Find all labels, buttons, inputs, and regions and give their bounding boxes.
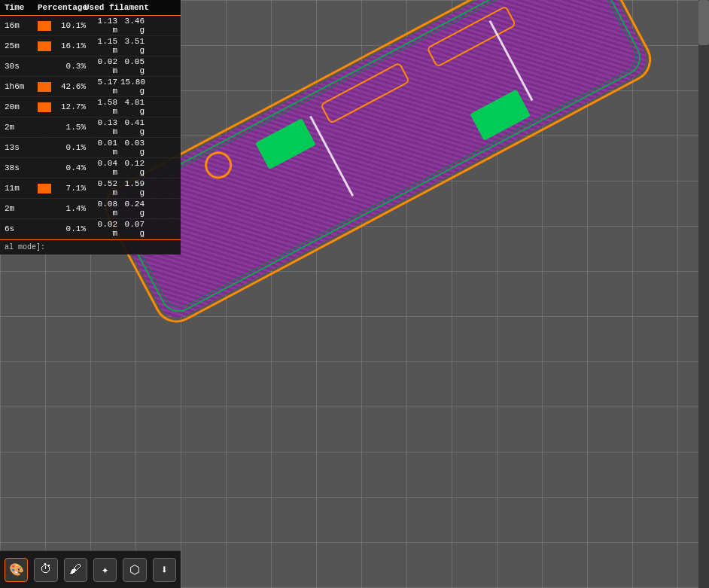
row-weight: 0.12 g	[117, 159, 145, 177]
table-row: 25m 16.1% 1.15 m 3.51 g	[0, 36, 181, 56]
row-time: 30s	[5, 62, 38, 71]
sidebar: Time Percentage Used filament 16m 10.1% …	[0, 0, 181, 254]
row-time: 2m	[5, 204, 38, 213]
table-row: 2m 1.5% 0.13 m 0.41 g	[0, 117, 181, 138]
table-header: Time Percentage Used filament	[0, 0, 181, 16]
row-pct: 16.1%	[53, 41, 86, 50]
row-weight: 0.07 g	[117, 220, 145, 238]
row-bar	[38, 184, 51, 193]
row-bar	[38, 62, 51, 72]
row-time: 16m	[5, 21, 38, 30]
layers-icon[interactable]: 🖌	[64, 558, 87, 582]
row-length: 5.17 m	[86, 78, 117, 96]
row-time: 6s	[5, 224, 38, 233]
scrollbar-thumb[interactable]	[698, 0, 709, 45]
row-time: 13s	[5, 143, 38, 152]
row-pct: 0.1%	[53, 143, 86, 152]
row-weight: 0.03 g	[117, 139, 145, 157]
row-time: 20m	[5, 102, 38, 111]
row-bar	[38, 102, 51, 112]
row-bar	[38, 82, 51, 92]
row-bar	[38, 143, 51, 153]
time-icon[interactable]: ⏱	[34, 558, 57, 582]
table-row: 2m 1.4% 0.08 m 0.24 g	[0, 199, 181, 219]
export-icon[interactable]: ⬇	[153, 558, 176, 582]
row-length: 0.02 m	[86, 220, 117, 238]
row-pct: 0.4%	[53, 163, 86, 172]
table-row: 30s 0.3% 0.02 m 0.05 g	[0, 56, 181, 77]
row-pct: 12.7%	[53, 102, 86, 111]
row-length: 1.58 m	[86, 98, 117, 116]
row-length: 0.08 m	[86, 200, 117, 218]
toolbar: 🎨⏱🖌✦⬡⬇	[0, 550, 181, 588]
row-bar	[38, 21, 51, 31]
row-time: 38s	[5, 163, 38, 172]
compass-icon[interactable]: ✦	[93, 558, 117, 582]
row-pct: 7.1%	[53, 184, 86, 193]
row-pct: 42.6%	[53, 82, 86, 91]
row-weight: 15.80 g	[117, 78, 145, 96]
table-row: 6s 0.1% 0.02 m 0.07 g	[0, 219, 181, 239]
row-time: 25m	[5, 41, 38, 50]
footer-text: al mode]:	[5, 243, 45, 251]
table-row: 38s 0.4% 0.04 m 0.12 g	[0, 158, 181, 178]
row-pct: 0.3%	[53, 62, 86, 71]
row-bar	[38, 163, 51, 173]
row-bar	[38, 224, 51, 234]
row-pct: 1.5%	[53, 123, 86, 132]
row-pct: 0.1%	[53, 224, 86, 233]
table-row: 20m 12.7% 1.58 m 4.81 g	[0, 97, 181, 117]
col-pct-header: Percentage	[38, 3, 84, 12]
row-weight: 4.81 g	[117, 98, 145, 116]
col-time-header: Time	[5, 3, 38, 12]
row-weight: 0.41 g	[117, 118, 145, 136]
row-bar	[38, 123, 51, 133]
row-length: 0.01 m	[86, 139, 117, 157]
row-weight: 3.51 g	[117, 37, 145, 55]
table-body: 16m 10.1% 1.13 m 3.46 g 25m 16.1% 1.15 m…	[0, 16, 181, 239]
row-weight: 0.05 g	[117, 57, 145, 75]
table-row: 11m 7.1% 0.52 m 1.59 g	[0, 178, 181, 199]
color-icon[interactable]: 🎨	[5, 558, 28, 582]
table-row: 16m 10.1% 1.13 m 3.46 g	[0, 16, 181, 36]
cube-icon[interactable]: ⬡	[123, 558, 146, 582]
footer-row: al mode]:	[0, 239, 181, 254]
row-time: 1h6m	[5, 82, 38, 91]
col-used-header: Used filament	[84, 3, 176, 12]
row-length: 1.13 m	[86, 17, 117, 35]
row-weight: 0.24 g	[117, 200, 145, 218]
row-bar	[38, 204, 51, 214]
row-time: 2m	[5, 123, 38, 132]
row-weight: 3.46 g	[117, 17, 145, 35]
row-bar	[38, 41, 51, 51]
row-pct: 1.4%	[53, 204, 86, 213]
row-length: 0.13 m	[86, 118, 117, 136]
scrollbar[interactable]	[698, 0, 709, 588]
row-weight: 1.59 g	[117, 179, 145, 197]
row-length: 0.04 m	[86, 159, 117, 177]
row-length: 1.15 m	[86, 37, 117, 55]
table-row: 1h6m 42.6% 5.17 m 15.80 g	[0, 77, 181, 97]
table-row: 13s 0.1% 0.01 m 0.03 g	[0, 138, 181, 158]
row-length: 0.02 m	[86, 57, 117, 75]
row-time: 11m	[5, 184, 38, 193]
row-length: 0.52 m	[86, 179, 117, 197]
row-pct: 10.1%	[53, 21, 86, 30]
